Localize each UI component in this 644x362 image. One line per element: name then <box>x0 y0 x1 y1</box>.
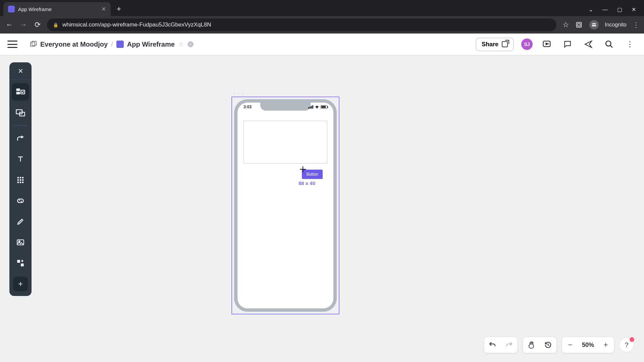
battery-icon <box>321 105 327 109</box>
window-controls: ⌄ — ▢ ✕ <box>589 6 644 13</box>
browser-menu-icon[interactable]: ⋮ <box>633 21 639 29</box>
svg-point-17 <box>22 177 24 179</box>
hand-tool-button[interactable] <box>523 337 540 353</box>
elements-tool[interactable] <box>12 83 29 101</box>
doc-favicon-icon <box>116 41 124 48</box>
zoom-in-button[interactable]: + <box>597 337 614 353</box>
history-clock-button[interactable] <box>540 337 556 353</box>
share-icon <box>502 41 508 47</box>
svg-point-8 <box>606 41 611 46</box>
sync-check-icon: ✓ <box>187 41 194 47</box>
icons-tool[interactable] <box>12 171 29 189</box>
close-tab-icon[interactable]: ✕ <box>101 6 106 13</box>
bottom-controls: − 50% + ? <box>484 337 634 353</box>
svg-point-2 <box>592 24 594 26</box>
svg-rect-10 <box>16 88 20 91</box>
back-button[interactable]: ← <box>5 20 14 29</box>
svg-point-16 <box>20 177 21 179</box>
image-tool[interactable] <box>12 234 29 251</box>
wireframe-button-label: Button <box>307 172 318 177</box>
workspace-name[interactable]: Everyone at Moodjoy <box>40 41 108 48</box>
svg-marker-7 <box>546 43 548 45</box>
signal-icon <box>308 105 313 109</box>
svg-rect-26 <box>17 260 20 263</box>
doc-title[interactable]: App Wireframe <box>127 41 175 48</box>
left-toolbar: ✕ + <box>9 62 32 296</box>
close-window-icon[interactable]: ✕ <box>632 6 636 13</box>
avatar[interactable]: SJ <box>521 39 533 50</box>
url-text: whimsical.com/app-wireframe-Fudpau5J3cGb… <box>62 21 211 28</box>
tab-title: App Wireframe <box>18 6 98 12</box>
svg-point-18 <box>17 179 19 181</box>
notification-dot-icon <box>630 337 634 342</box>
minimize-icon[interactable]: — <box>602 7 608 13</box>
svg-rect-11 <box>16 92 20 95</box>
canvas[interactable]: ✕ + ⋮⋮⋮ <box>0 56 644 362</box>
undo-button[interactable] <box>484 337 501 353</box>
svg-point-22 <box>20 182 21 183</box>
comments-button[interactable] <box>561 38 574 51</box>
zoom-level[interactable]: 50% <box>579 342 597 349</box>
svg-point-23 <box>22 182 24 183</box>
favorite-star-icon[interactable]: ☆ <box>178 40 184 48</box>
wireframe-button-element[interactable]: Button <box>302 170 323 179</box>
menu-button[interactable] <box>7 41 17 48</box>
components-tool[interactable] <box>12 254 29 272</box>
svg-point-19 <box>20 179 21 181</box>
link-tool[interactable] <box>12 192 29 209</box>
dimensions-label: 88 x 40 <box>299 180 315 186</box>
svg-point-21 <box>17 182 19 183</box>
phone-frame[interactable]: 3:03 Button 88 x 40 <box>234 99 337 312</box>
wifi-icon <box>315 105 319 109</box>
new-tab-button[interactable]: + <box>117 5 121 13</box>
incognito-label: Incognito <box>605 22 627 28</box>
svg-point-15 <box>17 177 19 179</box>
extensions-icon[interactable] <box>575 21 585 28</box>
incognito-icon <box>589 20 599 29</box>
frame-tool[interactable] <box>12 104 29 121</box>
browser-tab[interactable]: App Wireframe ✕ <box>3 2 111 16</box>
browser-address-bar: ← → ⟳ 🔒 whimsical.com/app-wireframe-Fudp… <box>0 16 644 34</box>
maximize-icon[interactable]: ▢ <box>617 6 622 13</box>
view-controls <box>523 337 557 353</box>
address-input[interactable]: 🔒 whimsical.com/app-wireframe-Fudpau5J3c… <box>47 18 556 31</box>
browser-tab-strip: App Wireframe ✕ + ⌄ — ▢ ✕ <box>0 0 644 16</box>
workspace-icon <box>30 41 37 48</box>
share-label: Share <box>482 41 498 48</box>
phone-screen: 3:03 Button 88 x 40 <box>237 103 333 308</box>
forward-button[interactable]: → <box>19 20 28 29</box>
bookmark-star-icon[interactable]: ☆ <box>561 20 571 29</box>
reload-button[interactable]: ⟳ <box>33 20 42 29</box>
zoom-out-button[interactable]: − <box>562 337 579 353</box>
svg-line-9 <box>610 45 612 48</box>
present-button[interactable] <box>540 38 553 51</box>
svg-rect-0 <box>577 22 582 27</box>
connector-tool[interactable] <box>12 130 29 147</box>
pencil-tool[interactable] <box>12 213 29 230</box>
chevron-down-icon[interactable]: ⌄ <box>589 6 593 13</box>
redo-button[interactable] <box>501 337 518 353</box>
text-tool[interactable] <box>12 150 29 168</box>
share-button[interactable]: Share <box>476 38 514 51</box>
svg-rect-27 <box>21 263 24 266</box>
add-tool-button[interactable]: + <box>13 277 28 291</box>
phone-status-bar: 3:03 <box>237 105 333 109</box>
svg-point-20 <box>22 179 24 181</box>
drag-handle-icon[interactable]: ⋮⋮⋮ <box>233 92 245 96</box>
phone-time: 3:03 <box>244 105 252 109</box>
history-controls <box>484 337 518 353</box>
help-button[interactable]: ? <box>619 338 634 352</box>
svg-point-3 <box>594 24 596 26</box>
svg-rect-1 <box>578 23 580 26</box>
zoom-controls: − 50% + <box>561 337 614 353</box>
app-menu-icon[interactable]: ⋮ <box>623 38 637 51</box>
lock-icon: 🔒 <box>53 22 58 27</box>
app-header: Everyone at Moodjoy / App Wireframe ☆ ✓ … <box>0 34 644 56</box>
search-button[interactable] <box>602 38 616 51</box>
breadcrumb-separator: / <box>111 41 113 48</box>
tab-favicon-icon <box>8 6 15 12</box>
send-button[interactable] <box>582 38 595 51</box>
toolbar-close-icon[interactable]: ✕ <box>9 62 32 80</box>
wireframe-rectangle[interactable] <box>244 121 327 164</box>
breadcrumb: Everyone at Moodjoy / App Wireframe ☆ ✓ <box>30 40 194 48</box>
